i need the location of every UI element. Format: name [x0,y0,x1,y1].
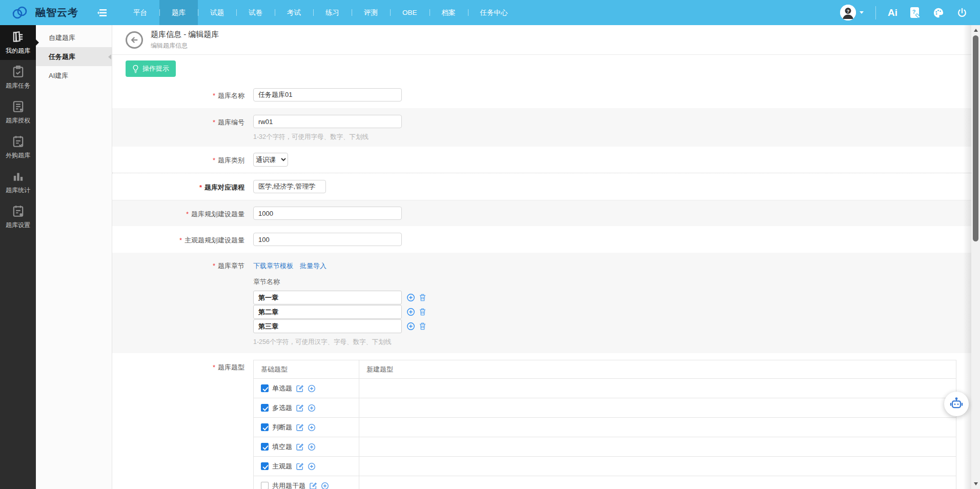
menu-collapse-icon[interactable] [97,0,108,25]
fill-blank-checkbox[interactable] [261,443,269,451]
add-chapter-button[interactable] [406,322,415,331]
sidebar-item-my-banks[interactable]: 我的题库 [0,25,36,60]
top-navbar: 融智云考 平台 题库 试题 试卷 考试 练习 评测 OBE 档案 任务中心 ? [0,0,980,25]
nav-item-questions[interactable]: 试题 [198,0,236,25]
nav-item-papers[interactable]: 试卷 [236,0,275,25]
add-chapter-button[interactable] [406,308,415,316]
edit-qtype-button[interactable] [296,423,304,432]
add-qtype-button[interactable] [308,443,316,451]
sidebar-item-purchased-banks[interactable]: 外购题库 [0,130,36,165]
add-qtype-button[interactable] [308,384,316,393]
chapter-name-input[interactable] [253,305,402,319]
edit-qtype-button[interactable] [296,384,304,393]
page-title: 题库信息 - 编辑题库 [151,30,219,39]
navbar-divider [875,6,876,19]
nav-item-obe[interactable]: OBE [390,0,430,25]
add-qtype-button[interactable] [321,482,329,489]
vertical-scrollbar[interactable] [971,25,980,489]
edit-square-icon [296,443,304,451]
bank-name-input[interactable] [253,88,402,101]
bank-code-label: 题库编号 [112,115,244,127]
shared-stem-checkbox[interactable] [261,482,269,489]
planned-subjective-label: 主观题规划建设题量 [112,233,244,245]
ai-assistant-icon[interactable]: Ai [888,7,897,18]
planned-subjective-input[interactable] [253,233,402,246]
plus-circle-icon [406,322,415,331]
qtype-label: 填空题 [272,442,292,452]
clipboard-icon [11,135,25,148]
required-asterisk [199,184,205,191]
form-row-bank-code: 题库编号 1-32个字符，可使用字母、数字、下划线 [112,108,971,147]
document-lines-icon [11,100,25,113]
logout-power-icon[interactable] [956,7,968,18]
scrollbar-down-arrow[interactable] [971,480,980,488]
back-button[interactable] [126,31,143,49]
user-avatar[interactable]: ? [840,5,856,21]
scrollbar-thumb[interactable] [973,35,978,241]
table-row: 填空题 [254,437,956,457]
related-courses-label: 题库对应课程 [112,180,244,192]
delete-chapter-button[interactable] [419,308,426,316]
required-asterisk [213,262,218,270]
feedback-note-icon[interactable]: ? [909,7,921,19]
batch-import-link[interactable]: 批量导入 [300,261,326,271]
sidebar-item-bank-statistics[interactable]: 题库统计 [0,165,36,199]
nav-item-task-center[interactable]: 任务中心 [468,0,520,25]
edit-qtype-button[interactable] [296,404,304,412]
operation-tips-button[interactable]: 操作提示 [126,60,176,77]
sidebar-item-bank-tasks[interactable]: 题库任务 [0,60,36,95]
subjective-checkbox[interactable] [261,462,269,470]
bank-code-input[interactable] [253,115,402,128]
table-row: 主观题 [254,457,956,476]
edit-qtype-button[interactable] [296,443,304,451]
sidebar-item-bank-authorization[interactable]: 题库授权 [0,95,36,130]
delete-chapter-button[interactable] [419,293,426,302]
brand-title: 融智云考 [35,6,78,19]
bank-code-hint: 1-32个字符，可使用字母、数字、下划线 [253,133,402,141]
brand-logo-rings-icon [11,6,29,20]
nav-item-exams[interactable]: 考试 [275,0,313,25]
new-qtype-cell [359,476,956,489]
chapter-name-input[interactable] [253,291,402,304]
scrollbar-up-arrow[interactable] [971,26,980,34]
multiple-choice-checkbox[interactable] [261,404,269,412]
delete-chapter-button[interactable] [419,322,426,331]
nav-item-practice[interactable]: 练习 [313,0,352,25]
add-qtype-button[interactable] [308,462,316,471]
form-row-planned-subjective: 主观题规划建设题量 [112,226,971,253]
chapter-name-input[interactable] [253,319,402,333]
theme-palette-icon[interactable] [932,7,945,18]
nav-item-archives[interactable]: 档案 [430,0,468,25]
chapter-links: 下载章节模板 批量导入 [253,258,426,271]
form-row-chapters: 题库章节 下载章节模板 批量导入 章节名称 [112,253,971,353]
sidebar-item-bank-settings[interactable]: 题库设置 [0,199,36,234]
nav-item-question-bank[interactable]: 题库 [159,0,198,25]
edit-qtype-button[interactable] [296,462,304,471]
related-courses-input[interactable] [253,180,326,193]
download-chapter-template-link[interactable]: 下载章节模板 [253,261,293,271]
ai-robot-assistant-button[interactable] [944,392,969,416]
table-row: 单选题 [254,379,956,398]
true-false-checkbox[interactable] [261,423,269,431]
main-content: 题库信息 - 编辑题库 编辑题库信息 操作提示 题库名称 题库编号 1-32个字… [112,25,971,489]
nav-item-platform[interactable]: 平台 [121,0,159,25]
lightbulb-icon [132,65,139,73]
subnav-item-self-built-banks[interactable]: 自建题库 [36,28,112,47]
bank-category-select[interactable]: 通识课 [253,153,288,167]
add-chapter-button[interactable] [406,293,415,302]
table-row: 判断题 [254,418,956,437]
add-qtype-button[interactable] [308,404,316,412]
planned-total-input[interactable] [253,207,402,220]
sidebar-item-label: 题库统计 [6,186,30,195]
add-qtype-button[interactable] [308,423,316,432]
subnav-item-task-banks[interactable]: 任务题库 [36,47,112,66]
new-qtype-cell [359,379,956,398]
edit-qtype-button[interactable] [309,482,317,489]
subnav-item-ai-bank-builder[interactable]: AI建库 [36,66,112,85]
plus-circle-icon [308,443,316,451]
chapter-row [253,291,426,304]
nav-item-evaluation[interactable]: 评测 [352,0,390,25]
user-avatar-menu[interactable]: ? [840,5,864,21]
qtype-label: 多选题 [272,403,292,413]
single-choice-checkbox[interactable] [261,384,269,392]
